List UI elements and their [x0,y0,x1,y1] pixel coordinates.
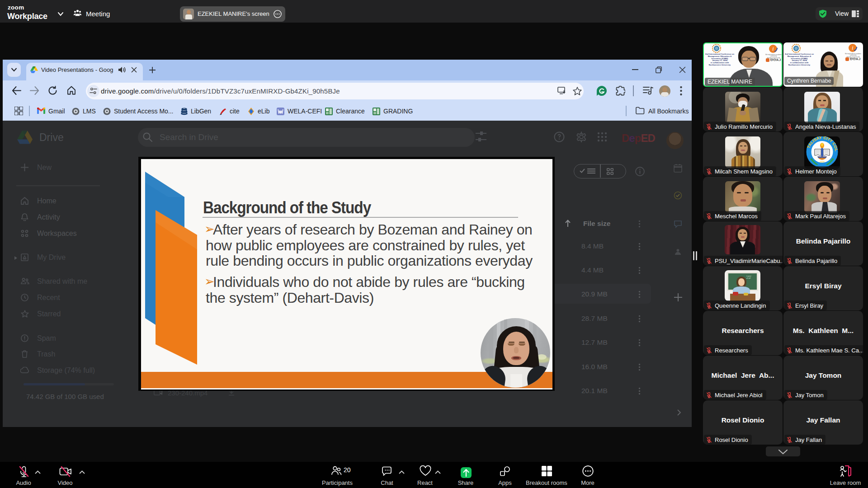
svg-text:i: i [772,46,774,52]
svg-text:i: i [852,45,853,51]
svg-text:2004: 2004 [820,160,825,163]
